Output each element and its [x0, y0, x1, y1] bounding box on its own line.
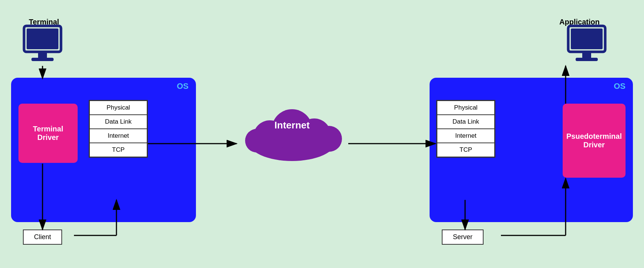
server-label: Server: [453, 233, 472, 241]
os-right-label: OS: [614, 81, 626, 91]
terminal-driver-label: TerminalDriver: [33, 125, 63, 142]
svg-point-13: [245, 129, 269, 153]
terminal-monitor-icon: [20, 22, 65, 67]
client-label: Client: [34, 233, 51, 241]
application-monitor-icon: [565, 22, 609, 67]
right-layer-internet: Internet: [437, 129, 495, 143]
left-layer-physical: Physical: [89, 101, 147, 115]
left-layer-datalink: Data Link: [89, 115, 147, 129]
pseudo-driver-box: PsuedoterminalDriver: [563, 104, 626, 178]
internet-cloud: Internet: [237, 96, 348, 170]
os-left-label: OS: [177, 81, 189, 91]
svg-rect-2: [38, 52, 47, 58]
svg-rect-6: [582, 52, 591, 58]
svg-rect-7: [576, 58, 598, 61]
svg-rect-5: [571, 29, 603, 49]
left-layer-tcp: TCP: [89, 143, 147, 157]
svg-rect-1: [27, 29, 58, 49]
diagram-container: Terminal Application OS OS Term: [0, 0, 644, 268]
client-box: Client: [23, 230, 62, 245]
right-layer-datalink: Data Link: [437, 115, 495, 129]
internet-label: Internet: [274, 120, 309, 131]
svg-rect-3: [31, 58, 54, 61]
right-protocol-stack: Physical Data Link Internet TCP: [436, 100, 495, 158]
terminal-driver-box: TerminalDriver: [18, 104, 78, 163]
pseudo-driver-label: PsuedoterminalDriver: [566, 132, 622, 149]
svg-point-12: [316, 126, 342, 152]
right-layer-tcp: TCP: [437, 143, 495, 157]
left-layer-internet: Internet: [89, 129, 147, 143]
right-layer-physical: Physical: [437, 101, 495, 115]
server-box: Server: [442, 230, 484, 245]
left-protocol-stack: Physical Data Link Internet TCP: [89, 100, 148, 158]
